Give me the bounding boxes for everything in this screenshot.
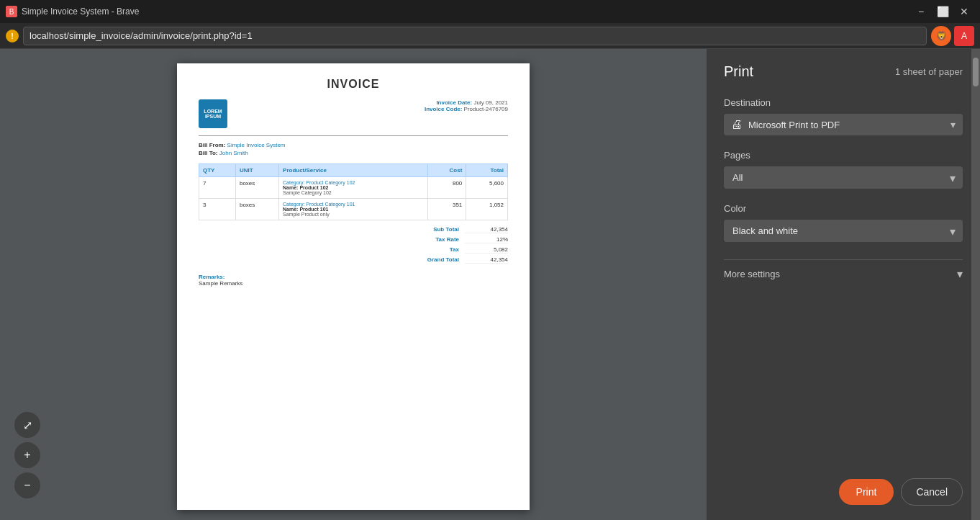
invoice-meta: Invoice Date: July 09, 2021 Invoice Code…	[425, 99, 508, 112]
cancel-button[interactable]: Cancel	[901, 478, 963, 506]
zoom-in-button[interactable]: +	[14, 442, 40, 468]
invoice-table: QTY UNIT Product/Service Cost Total 7 bo…	[199, 163, 508, 220]
invoice-divider	[199, 135, 508, 136]
maximize-button[interactable]: ⬜	[933, 1, 953, 22]
destination-select[interactable]: 🖨 Microsoft Print to PDF ▾	[724, 114, 963, 135]
more-settings-section[interactable]: More settings ▾	[724, 259, 963, 288]
destination-value: Microsoft Print to PDF	[748, 120, 950, 130]
row2-qty: 3	[199, 199, 236, 220]
invoice-totals: Sub Total 42,354 Tax Rate 12% Tax 5,082 …	[199, 225, 508, 265]
row2-cost: 351	[427, 199, 466, 220]
browser-icon: B	[6, 6, 17, 17]
main-area: LOREMIPSUM Bill From: Simple Invoice Sys…	[0, 49, 980, 520]
scrollbar-track	[971, 49, 980, 520]
color-label: Color	[724, 203, 963, 214]
row1-total: 5,600	[466, 177, 508, 199]
col-unit: UNIT	[235, 164, 278, 177]
window-controls: − ⬜ ✕	[911, 1, 974, 22]
more-settings-chevron-icon: ▾	[957, 267, 963, 281]
pages-label: Pages	[724, 150, 963, 161]
fit-to-screen-button[interactable]: ⤢	[14, 412, 40, 438]
zoom-controls: ⤢ + −	[14, 412, 40, 498]
bill-to-line: Bill To: John Smith	[199, 150, 508, 156]
invoice-paper-wrapper: INVOICE LOREMIPSUM Invoice Date: July 09…	[163, 49, 544, 520]
print-title-area: Print	[724, 63, 753, 80]
pages-select-wrapper: All Odd pages only Even pages only Custo…	[724, 166, 963, 189]
grandtotal-row: Grand Total 42,354	[199, 255, 508, 265]
invoice-preview-container: INVOICE LOREMIPSUM Invoice Date: July 09…	[0, 49, 707, 520]
close-button[interactable]: ✕	[954, 1, 974, 22]
address-input[interactable]	[23, 27, 927, 45]
brave-shields-icon[interactable]: 🦁	[931, 26, 951, 46]
pages-option: Pages All Odd pages only Even pages only…	[724, 150, 963, 189]
invoice-code-line: Invoice Code: Product-2476709	[425, 106, 508, 112]
table-row: 3 boxes Category: Product Category 101 N…	[199, 199, 508, 220]
print-dialog-header: Print 1 sheet of paper	[724, 63, 963, 80]
security-warning-icon: !	[6, 30, 19, 42]
pages-select[interactable]: All Odd pages only Even pages only Custo…	[724, 166, 963, 189]
title-bar: B Simple Invoice System - Brave − ⬜ ✕	[0, 0, 980, 23]
minimize-button[interactable]: −	[911, 1, 931, 22]
color-select-wrapper: Black and white Color	[724, 220, 963, 242]
browser-extensions: 🦁 A	[931, 26, 974, 46]
invoice-title: INVOICE	[199, 78, 508, 91]
printer-icon: 🖨	[731, 118, 743, 131]
bill-from-link[interactable]: Simple Invoice System	[227, 142, 286, 148]
bill-to-link[interactable]: John Smith	[219, 150, 248, 156]
print-button[interactable]: Print	[839, 479, 894, 505]
invoice-header: LOREMIPSUM Invoice Date: July 09, 2021 I…	[199, 99, 508, 128]
window-title: Simple Invoice System - Brave	[22, 6, 911, 17]
row2-unit: boxes	[235, 199, 278, 220]
row2-total: 1,052	[466, 199, 508, 220]
print-dialog: Print 1 sheet of paper Destination 🖨 Mic…	[707, 49, 980, 520]
tax-row: Tax 5,082	[199, 245, 508, 255]
row1-qty: 7	[199, 177, 236, 199]
bill-from-line: Bill From: Simple Invoice System	[199, 142, 508, 148]
destination-label: Destination	[724, 97, 963, 108]
row1-cost: 800	[427, 177, 466, 199]
invoice-logo-area: LOREMIPSUM	[199, 99, 227, 128]
invoice-date-line: Invoice Date: July 09, 2021	[425, 99, 508, 106]
destination-chevron-icon: ▾	[950, 119, 956, 130]
table-row: 7 boxes Category: Product Category 102 N…	[199, 177, 508, 199]
print-actions: Print Cancel	[839, 478, 963, 506]
print-title: Print	[724, 63, 753, 80]
col-cost: Cost	[427, 164, 466, 177]
row1-unit: boxes	[235, 177, 278, 199]
invoice-paper: INVOICE LOREMIPSUM Invoice Date: July 09…	[177, 63, 530, 510]
col-total: Total	[466, 164, 508, 177]
col-qty: QTY	[199, 164, 236, 177]
subtotal-row: Sub Total 42,354	[199, 225, 508, 235]
color-option: Color Black and white Color	[724, 203, 963, 242]
scrollbar-thumb[interactable]	[973, 58, 979, 86]
destination-option: Destination 🖨 Microsoft Print to PDF ▾	[724, 97, 963, 135]
col-product: Product/Service	[279, 164, 428, 177]
invoice-remarks: Remarks: Sample Remarks	[199, 274, 508, 287]
color-select[interactable]: Black and white Color	[724, 220, 963, 242]
taxrate-row: Tax Rate 12%	[199, 235, 508, 245]
print-sheet-count: 1 sheet of paper	[895, 66, 963, 77]
address-bar: ! 🦁 A	[0, 23, 980, 49]
invoice-logo: LOREMIPSUM	[199, 99, 227, 128]
row2-product: Category: Product Category 101 Name: Pro…	[279, 199, 428, 220]
row1-product: Category: Product Category 102 Name: Pro…	[279, 177, 428, 199]
zoom-out-button[interactable]: −	[14, 472, 40, 498]
extension-icon[interactable]: A	[954, 26, 974, 46]
more-settings-label: More settings	[724, 269, 780, 279]
